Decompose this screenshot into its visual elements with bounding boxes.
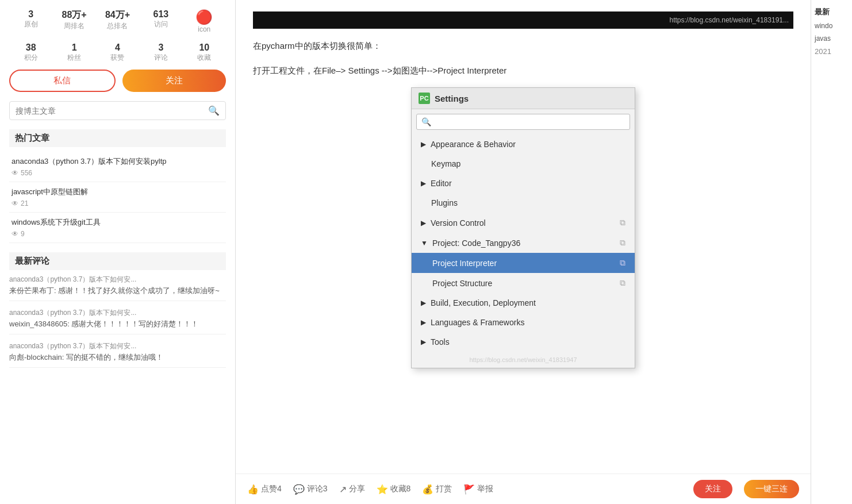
stat-total-num: 84万+ [96,9,139,21]
settings-menu-languages[interactable]: ▶ Languages & Frameworks [412,313,635,332]
follow-bottom-button[interactable]: 关注 [693,480,732,498]
settings-dialog: PC Settings 🔍 ▶ Appearance & Behavior Ke… [411,87,635,368]
triple-button[interactable]: 一键三连 [744,480,799,498]
settings-menu-project-structure[interactable]: Project Structure ⧉ [412,273,635,293]
right-sidebar-title: 最新 [815,7,849,17]
article-intro-line2: 打开工程文件，在File–> Settings -->如图选中-->Projec… [253,63,793,78]
settings-menu-editor[interactable]: ▶ Editor [412,174,635,193]
settings-menu-plugins[interactable]: Plugins [412,193,635,213]
settings-search-input[interactable] [431,117,625,126]
private-message-button[interactable]: 私信 [9,70,116,92]
settings-menu-tools[interactable]: ▶ Tools [412,332,635,352]
collapse-arrow-icon: ▶ [421,179,426,187]
list-item: anaconda3（python 3.7）版本下如何安... 来份芒果布丁: 感… [9,275,226,301]
stat-visits-num: 613 [139,9,182,20]
stat-likes-num: 4 [96,43,139,53]
main-content: https://blog.csdn.net/weixin_4183191... … [236,0,811,504]
settings-menu-keymap[interactable]: Keymap [412,154,635,174]
menu-item-label: Keymap [431,159,460,168]
stat-likes-label: 获赞 [96,53,139,63]
stat-visits: 613 访问 [139,9,182,33]
share-action[interactable]: ↗ 分享 [339,484,365,495]
stat-collections-num: 10 [183,43,226,53]
article-intro-line1: 在pycharm中的版本切换很简单： [253,38,793,53]
menu-item-label: Appearance & Behavior [431,140,516,149]
list-item[interactable]: windows系统下升级git工具 👁 9 [9,213,226,243]
settings-menu: ▶ Appearance & Behavior Keymap ▶ Editor … [412,134,635,352]
stat-likes: 4 获赞 [96,43,139,63]
right-sidebar-link-2[interactable]: javas [815,34,849,43]
article-meta: 👁 556 [11,169,224,177]
stat-collections: 10 收藏 [183,43,226,63]
stat-comments-label: 评论 [139,53,182,63]
stat-weekly-num: 88万+ [52,9,95,21]
copy-icon: ⧉ [620,238,625,248]
article-views: 21 [21,199,28,207]
latest-comments-section: 最新评论 anaconda3（python 3.7）版本下如何安... 来份芒果… [9,252,226,368]
settings-menu-project[interactable]: ▼ Project: Code_Tangpy36 ⧉ [412,233,635,253]
list-item[interactable]: anaconda3（python 3.7）版本下如何安装pyltp 👁 556 [9,152,226,182]
article-views: 556 [21,169,32,177]
stat-level-label: icon [183,25,226,33]
report-action[interactable]: 🚩 举报 [463,484,493,495]
follow-button[interactable]: 关注 [122,70,227,92]
like-action[interactable]: 👍 点赞4 [247,484,282,495]
stat-original: 3 原创 [9,9,52,33]
comment-ref: anaconda3（python 3.7）版本下如何安... [9,308,226,318]
menu-item-label: Project: Code_Tangpy36 [432,238,520,248]
settings-menu-appearance[interactable]: ▶ Appearance & Behavior [412,134,635,154]
like-icon: 👍 [247,484,259,495]
article-meta: 👁 21 [11,199,224,207]
eye-icon: 👁 [11,169,18,177]
collapse-arrow-icon: ▶ [421,140,426,148]
blog-search-box[interactable]: 🔍 [9,101,226,120]
blog-search-input[interactable] [16,106,208,116]
pycharm-icon: PC [419,93,430,104]
right-sidebar-link-1[interactable]: windo [815,22,849,30]
stats-grid-1: 3 原创 88万+ 周排名 84万+ 总排名 613 访问 🔴 icon [9,9,226,33]
settings-search-box[interactable]: 🔍 [416,114,630,130]
bottom-action-bar: 👍 点赞4 💬 评论3 ↗ 分享 ⭐ 收藏8 💰 打赏 🚩 举报 关注 一键三连 [236,474,811,504]
comment-icon: 💬 [293,484,305,495]
list-item: anaconda3（python 3.7）版本下如何安... 向彪-blockc… [9,341,226,368]
menu-item-label: Editor [431,179,452,188]
reward-action[interactable]: 💰 打赏 [422,484,452,495]
settings-title: Settings [435,94,469,103]
collect-action[interactable]: ⭐ 收藏8 [377,484,411,495]
comment-text: weixin_43848605: 感谢大佬！！！！！写的好清楚！！！ [9,319,226,329]
settings-menu-version-control[interactable]: ▶ Version Control ⧉ [412,213,635,233]
latest-comments-title: 最新评论 [9,252,226,270]
hot-articles-list: anaconda3（python 3.7）版本下如何安装pyltp 👁 556 … [9,152,226,243]
menu-item-label: Project Interpreter [432,259,497,268]
collapse-arrow-icon: ▶ [421,338,426,346]
collapse-arrow-icon: ▶ [421,299,426,307]
right-sidebar-year: 2021 [815,47,849,56]
stat-weekly-rank: 88万+ 周排名 [52,9,95,33]
comment-text: 向彪-blockchain: 写的挺不错的，继续加油哦！ [9,352,226,363]
stat-collections-label: 收藏 [183,53,226,63]
share-label: 分享 [349,484,365,494]
settings-menu-project-interpreter[interactable]: Project Interpreter ⧉ [412,253,635,273]
menu-item-label: Tools [431,337,450,347]
stat-score-num: 38 [9,43,52,53]
settings-menu-build[interactable]: ▶ Build, Execution, Deployment [412,293,635,313]
comment-action[interactable]: 💬 评论3 [293,484,328,495]
comment-label: 评论3 [307,484,328,494]
share-icon: ↗ [339,484,347,495]
like-label: 点赞4 [261,484,282,494]
comment-ref: anaconda3（python 3.7）版本下如何安... [9,341,226,351]
list-item[interactable]: javascript中原型链图解 👁 21 [9,182,226,213]
stat-fans: 1 粉丝 [52,43,95,63]
stat-comments: 3 评论 [139,43,182,63]
spacer [421,199,427,207]
stat-total-label: 总排名 [96,21,139,31]
stat-score: 38 积分 [9,43,52,63]
collapse-arrow-icon: ▶ [421,318,426,326]
search-button[interactable]: 🔍 [208,105,220,116]
reward-icon: 💰 [422,484,433,495]
left-sidebar: 3 原创 88万+ 周排名 84万+ 总排名 613 访问 🔴 icon 38 … [0,0,236,504]
menu-item-label: Build, Execution, Deployment [431,298,536,307]
stat-total-rank: 84万+ 总排名 [96,9,139,33]
right-sidebar: 最新 windo javas 2021 [811,0,852,504]
article-meta: 👁 9 [11,230,224,238]
